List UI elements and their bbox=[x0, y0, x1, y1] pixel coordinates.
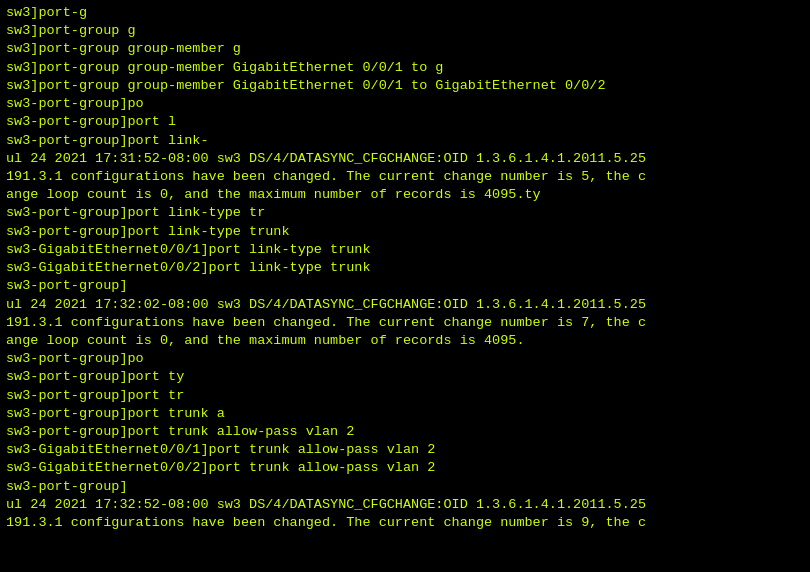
terminal-line: sw3-port-group] bbox=[6, 277, 804, 295]
terminal-line: sw3]port-group group-member g bbox=[6, 40, 804, 58]
terminal-line: sw3-GigabitEthernet0/0/2]port trunk allo… bbox=[6, 459, 804, 477]
terminal-line: sw3-port-group]port link- bbox=[6, 132, 804, 150]
terminal-line: 191.3.1 configurations have been changed… bbox=[6, 168, 804, 186]
terminal-line: sw3]port-g bbox=[6, 4, 804, 22]
terminal-line: 191.3.1 configurations have been changed… bbox=[6, 314, 804, 332]
terminal-line: sw3]port-group group-member GigabitEther… bbox=[6, 77, 804, 95]
terminal-line: sw3-port-group]port tr bbox=[6, 387, 804, 405]
terminal-line: sw3-port-group]port trunk a bbox=[6, 405, 804, 423]
terminal-line: sw3-GigabitEthernet0/0/1]port link-type … bbox=[6, 241, 804, 259]
terminal-line: sw3-port-group]port link-type tr bbox=[6, 204, 804, 222]
terminal-line: sw3]port-group g bbox=[6, 22, 804, 40]
terminal-line: sw3]port-group group-member GigabitEther… bbox=[6, 59, 804, 77]
terminal-line: sw3-GigabitEthernet0/0/1]port trunk allo… bbox=[6, 441, 804, 459]
terminal-line: sw3-port-group]po bbox=[6, 350, 804, 368]
terminal-line: sw3-port-group]port ty bbox=[6, 368, 804, 386]
terminal-line: ul 24 2021 17:31:52-08:00 sw3 DS/4/DATAS… bbox=[6, 150, 804, 168]
terminal-line: sw3-port-group] bbox=[6, 478, 804, 496]
terminal-line: ul 24 2021 17:32:52-08:00 sw3 DS/4/DATAS… bbox=[6, 496, 804, 514]
terminal-line: sw3-port-group]port l bbox=[6, 113, 804, 131]
terminal-line: ul 24 2021 17:32:02-08:00 sw3 DS/4/DATAS… bbox=[6, 296, 804, 314]
terminal-line: sw3-GigabitEthernet0/0/2]port link-type … bbox=[6, 259, 804, 277]
terminal-line: sw3-port-group]port link-type trunk bbox=[6, 223, 804, 241]
terminal-line: 191.3.1 configurations have been changed… bbox=[6, 514, 804, 532]
terminal-line: sw3-port-group]po bbox=[6, 95, 804, 113]
terminal-line: ange loop count is 0, and the maximum nu… bbox=[6, 332, 804, 350]
terminal-window: sw3]port-gsw3]port-group gsw3]port-group… bbox=[0, 0, 810, 572]
terminal-line: sw3-port-group]port trunk allow-pass vla… bbox=[6, 423, 804, 441]
terminal-line: ange loop count is 0, and the maximum nu… bbox=[6, 186, 804, 204]
